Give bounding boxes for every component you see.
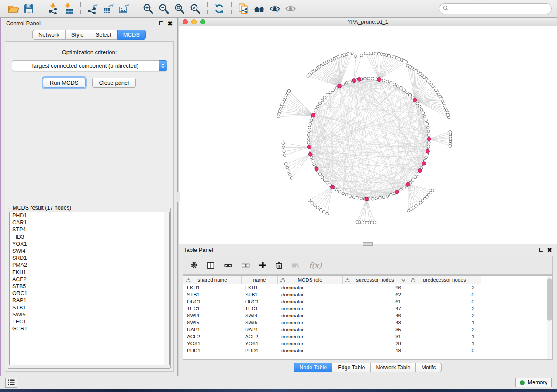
settings-button[interactable] bbox=[190, 260, 198, 271]
cell-shared-name[interactable]: PHD1 bbox=[183, 348, 242, 353]
deselect-all-button[interactable] bbox=[242, 260, 250, 271]
list-item[interactable]: TEC1 bbox=[10, 318, 169, 325]
tab-style[interactable]: Style bbox=[65, 30, 90, 40]
cell-name[interactable]: ACE2 bbox=[242, 334, 278, 339]
cell-predecessor-nodes[interactable]: 2 bbox=[408, 327, 481, 332]
cell-predecessor-nodes[interactable]: 2 bbox=[408, 285, 481, 290]
tab-network[interactable]: Network bbox=[32, 30, 66, 40]
mcds-result-list[interactable]: PHD1CAR1STP4TID3YOX1SWI4SRD1PMA2FKH1ACE2… bbox=[9, 212, 170, 365]
list-item[interactable]: YOX1 bbox=[10, 241, 169, 248]
cell-successor-nodes[interactable]: 96 bbox=[343, 285, 408, 290]
cell-successor-nodes[interactable]: 43 bbox=[343, 320, 408, 325]
cell-name[interactable]: SWI5 bbox=[242, 320, 278, 325]
criterion-dropdown[interactable]: largest connected component (undirected) bbox=[12, 60, 167, 71]
table-row[interactable]: YOX1YOX1connector291 bbox=[183, 340, 552, 347]
cell-name[interactable]: PHD1 bbox=[242, 348, 278, 353]
run-mcds-button[interactable]: Run MCDS bbox=[43, 78, 86, 88]
column-header-predecessor-nodes[interactable]: predecessor nodes bbox=[408, 276, 481, 284]
cell-successor-nodes[interactable]: 18 bbox=[343, 348, 408, 353]
list-item[interactable]: SWI5 bbox=[10, 311, 169, 318]
close-table-panel-icon[interactable]: ✖ bbox=[547, 247, 552, 253]
tab-node-table[interactable]: Node Table bbox=[294, 363, 332, 372]
show-all-button[interactable] bbox=[283, 1, 298, 16]
horizontal-splitter-handle[interactable] bbox=[363, 242, 373, 246]
cell-MCDS-role[interactable]: dominator bbox=[278, 285, 343, 290]
delete-row-button[interactable] bbox=[276, 260, 283, 271]
cell-MCDS-role[interactable]: dominator bbox=[278, 313, 343, 318]
list-item[interactable]: FKH1 bbox=[10, 269, 169, 276]
cell-shared-name[interactable]: FKH1 bbox=[183, 285, 242, 290]
list-item[interactable]: SRD1 bbox=[10, 254, 169, 261]
tab-select[interactable]: Select bbox=[90, 30, 118, 40]
cell-successor-nodes[interactable]: 35 bbox=[343, 327, 408, 332]
table-row[interactable]: SWI5SWI5connector431 bbox=[183, 319, 552, 326]
cell-shared-name[interactable]: SWI5 bbox=[183, 320, 242, 325]
cell-name[interactable]: TEC1 bbox=[242, 306, 278, 311]
list-item[interactable]: STP4 bbox=[10, 226, 169, 233]
cell-MCDS-role[interactable]: dominator bbox=[278, 299, 343, 304]
export-table-button[interactable] bbox=[100, 1, 116, 16]
save-session-button[interactable] bbox=[21, 1, 37, 16]
cell-predecessor-nodes[interactable]: 1 bbox=[408, 334, 481, 339]
column-header-shared-name[interactable]: shared name bbox=[183, 276, 242, 284]
table-row[interactable]: PHD1PHD1dominator180 bbox=[183, 347, 552, 354]
split-panel-button[interactable] bbox=[207, 260, 215, 271]
cell-shared-name[interactable]: RAP1 bbox=[183, 327, 242, 332]
search-box[interactable] bbox=[439, 3, 552, 14]
cell-MCDS-role[interactable]: dominator bbox=[278, 292, 343, 297]
cell-successor-nodes[interactable]: 46 bbox=[343, 313, 408, 318]
table-row[interactable]: ORC1ORC1dominator610 bbox=[183, 298, 552, 305]
cell-MCDS-role[interactable]: dominator bbox=[278, 348, 343, 353]
cell-name[interactable]: FKH1 bbox=[242, 285, 278, 290]
cell-successor-nodes[interactable]: 62 bbox=[343, 292, 408, 297]
cell-shared-name[interactable]: YOX1 bbox=[183, 341, 242, 346]
list-item[interactable]: SWI4 bbox=[10, 248, 169, 254]
hide-selected-button[interactable] bbox=[267, 1, 283, 16]
cell-predecessor-nodes[interactable]: 0 bbox=[408, 299, 481, 304]
memory-button[interactable]: Memory bbox=[515, 378, 552, 387]
cell-predecessor-nodes[interactable]: 2 bbox=[408, 313, 481, 318]
list-item[interactable]: TID3 bbox=[10, 234, 169, 241]
zoom-fit-button[interactable] bbox=[172, 1, 187, 16]
cell-successor-nodes[interactable]: 31 bbox=[343, 334, 408, 339]
cell-MCDS-role[interactable]: connector bbox=[278, 341, 343, 346]
cell-successor-nodes[interactable]: 61 bbox=[343, 299, 408, 304]
refresh-button[interactable] bbox=[211, 1, 227, 16]
list-item[interactable]: RAP1 bbox=[10, 297, 169, 304]
task-history-button[interactable] bbox=[5, 378, 17, 388]
zoom-out-button[interactable] bbox=[156, 1, 172, 16]
list-item[interactable]: PHD1 bbox=[10, 212, 169, 219]
table-row[interactable]: RAP1RAP1dominator352 bbox=[183, 326, 552, 333]
cell-shared-name[interactable]: ACE2 bbox=[183, 334, 242, 339]
list-item[interactable]: PMA2 bbox=[10, 261, 169, 268]
cell-predecessor-nodes[interactable]: 2 bbox=[408, 306, 481, 311]
vertical-splitter[interactable] bbox=[177, 18, 179, 376]
table-scrollbar-thumb[interactable] bbox=[547, 278, 552, 321]
cell-name[interactable]: STB1 bbox=[242, 292, 278, 297]
cell-MCDS-role[interactable]: connector bbox=[278, 306, 343, 311]
cell-successor-nodes[interactable]: 47 bbox=[343, 306, 408, 311]
duplicate-network-button[interactable] bbox=[235, 1, 251, 16]
table-row[interactable]: SWI4SWI4dominator462 bbox=[183, 312, 552, 319]
open-file-button[interactable] bbox=[5, 1, 21, 16]
cell-name[interactable]: RAP1 bbox=[242, 327, 278, 332]
cell-name[interactable]: ORC1 bbox=[242, 299, 278, 304]
zoom-in-button[interactable] bbox=[140, 1, 156, 16]
column-header-name[interactable]: name bbox=[242, 276, 278, 284]
select-all-button[interactable] bbox=[224, 260, 232, 271]
cell-shared-name[interactable]: SWI4 bbox=[183, 313, 242, 318]
list-item[interactable]: ORC1 bbox=[10, 290, 169, 297]
table-scrollbar[interactable] bbox=[547, 276, 552, 359]
export-network-button[interactable] bbox=[85, 1, 100, 16]
close-panel-icon[interactable]: ✖ bbox=[167, 21, 173, 27]
search-input[interactable] bbox=[451, 5, 548, 13]
tab-mcds[interactable]: MCDS bbox=[117, 30, 146, 40]
mcds-result-scrollbar[interactable] bbox=[164, 212, 169, 365]
cell-predecessor-nodes[interactable]: 0 bbox=[408, 348, 481, 353]
network-graph[interactable] bbox=[179, 26, 557, 244]
cell-MCDS-role[interactable]: connector bbox=[278, 320, 343, 325]
cell-successor-nodes[interactable]: 29 bbox=[343, 341, 408, 346]
first-neighbors-button[interactable] bbox=[251, 1, 267, 16]
zoom-selected-button[interactable] bbox=[187, 1, 203, 16]
cell-predecessor-nodes[interactable]: 1 bbox=[408, 320, 481, 325]
